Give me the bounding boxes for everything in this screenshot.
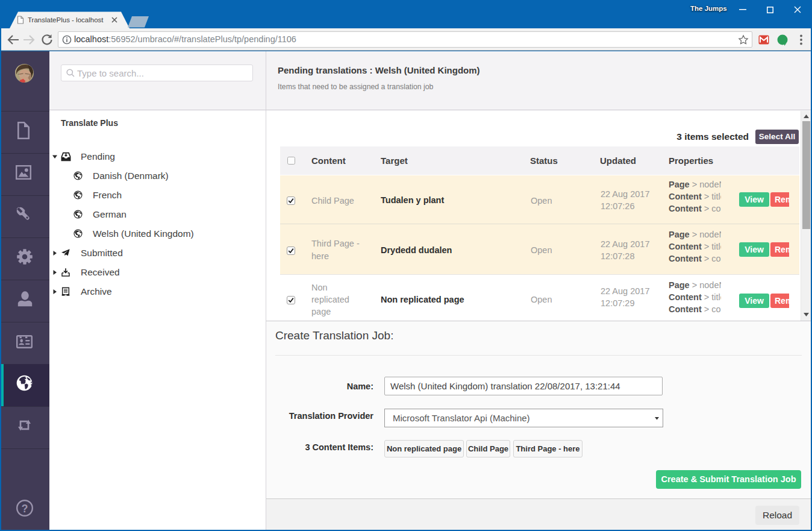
svg-text:?: ? xyxy=(22,503,28,515)
